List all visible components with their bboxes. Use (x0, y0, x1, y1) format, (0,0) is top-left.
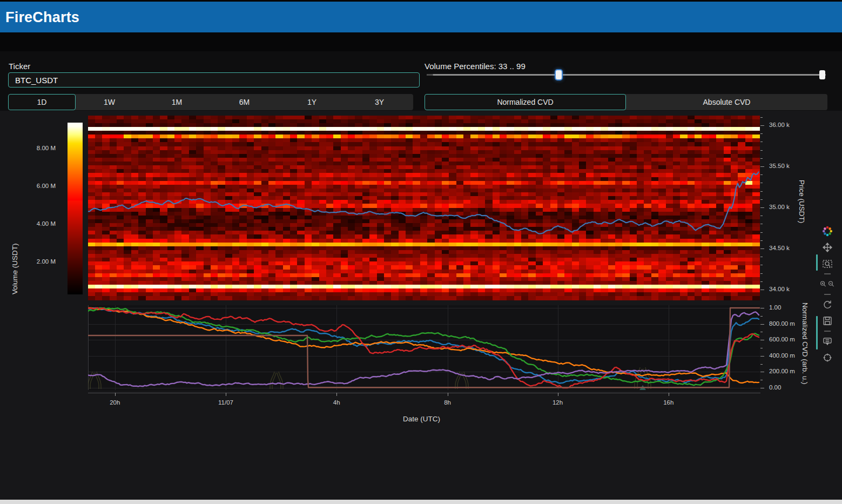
price-minor-tick (760, 191, 763, 192)
percentile-slider-handle-low[interactable] (556, 70, 562, 79)
x-tick-label: 4h (327, 399, 346, 406)
timeframe-button-1y[interactable]: 1Y (278, 94, 346, 110)
modebar-active-indicator (816, 254, 818, 271)
x-tick-label: 8h (438, 399, 457, 406)
cvd-tick-label: 800.00 m (769, 320, 795, 327)
price-tick-label: 34.50 k (769, 245, 790, 251)
x-tick (448, 393, 448, 396)
x-tick (558, 393, 558, 396)
pan-icon[interactable] (821, 241, 833, 253)
price-tick-label: 35.50 k (769, 163, 790, 169)
cvd-tick-label: 600.00 m (769, 336, 795, 342)
autoscale-icon[interactable] (821, 299, 833, 311)
cvd-minor-tick (760, 364, 763, 365)
modebar-separator (824, 294, 831, 295)
cvd-tick (760, 308, 764, 308)
chart-region: 36.00 k35.50 k35.00 k34.50 k34.00 k8.00 … (0, 111, 842, 500)
price-minor-tick (760, 150, 763, 151)
price-minor-tick (760, 248, 763, 249)
cvd-minor-tick (760, 348, 763, 348)
x-tick (226, 393, 226, 396)
x-tick (115, 393, 116, 396)
firecharts-app: FireCharts Ticker 1D1W1M6M1Y3Y Volume Pe… (0, 0, 842, 504)
price-minor-tick (760, 142, 763, 142)
box-zoom-icon[interactable] (821, 258, 833, 270)
zoom-pair (819, 276, 836, 292)
price-minor-tick (760, 174, 763, 175)
price-minor-tick (760, 125, 763, 126)
ticker-label: Ticker (9, 62, 30, 71)
price-axis-title: Price (USDT) (798, 180, 806, 223)
cvd-mode-button-normalized-cvd[interactable]: Normalized CVD (425, 94, 626, 110)
toggle-hover-icon[interactable] (821, 335, 833, 347)
cvd-tick-label: 200.00 m (769, 368, 795, 374)
timeframe-button-6m[interactable]: 6M (211, 94, 278, 110)
cvd-minor-tick (760, 332, 763, 332)
price-minor-tick (760, 117, 763, 118)
price-minor-tick (760, 290, 763, 290)
price-minor-tick (760, 207, 763, 208)
cvd-mode-button-group: Normalized CVDAbsolute CVD (425, 94, 827, 110)
cvd-mode-button-absolute-cvd[interactable]: Absolute CVD (626, 94, 827, 110)
price-minor-tick (760, 199, 763, 200)
percentile-slider-track[interactable] (427, 74, 826, 76)
timeframe-button-group: 1D1W1M6M1Y3Y (8, 94, 413, 110)
price-minor-tick (760, 257, 763, 257)
colorbar-axis-title: Volume (USDT) (11, 243, 19, 294)
cvd-plot-canvas[interactable] (88, 305, 760, 392)
x-tick-label: 20h (105, 399, 125, 406)
x-tick (336, 393, 337, 396)
cvd-tick (760, 324, 764, 325)
plotly-logo[interactable] (821, 225, 833, 237)
price-minor-tick (760, 183, 763, 183)
percentile-slider-track-inactive (427, 74, 433, 76)
price-minor-tick (760, 158, 763, 159)
modebar-separator (824, 273, 831, 274)
x-tick-label: 11/07 (216, 399, 235, 406)
cvd-tick (760, 372, 764, 372)
cvd-axis-title: Normalized CVD (arb. u.) (801, 303, 809, 385)
x-axis-title: Date (UTC) (403, 415, 440, 423)
save-icon[interactable] (821, 315, 833, 327)
x-tick-label: 12h (548, 399, 568, 406)
modebar-separator (824, 331, 831, 332)
cvd-minor-tick (760, 316, 763, 317)
cvd-tick-label: 1.00 (769, 304, 781, 311)
timeframe-button-1d[interactable]: 1D (8, 94, 76, 110)
zoom-out-icon[interactable] (827, 278, 836, 290)
price-tick-label: 35.00 k (769, 204, 790, 210)
price-minor-tick (760, 281, 763, 282)
cvd-minor-tick (760, 380, 763, 380)
modebar-active-indicator (816, 316, 818, 350)
price-minor-tick (760, 273, 763, 274)
plotly-modebar (818, 223, 837, 366)
zoom-in-icon[interactable] (819, 278, 827, 290)
timeframe-button-1w[interactable]: 1W (76, 94, 143, 110)
percentile-slider-handle-high[interactable] (819, 70, 825, 79)
cvd-tick-label: 400.00 m (769, 352, 795, 359)
cvd-tick (760, 388, 764, 388)
price-minor-tick (760, 232, 763, 233)
cvd-tick (760, 340, 764, 340)
volume-colorbar (68, 123, 83, 294)
x-tick-label: 16h (659, 399, 678, 406)
price-tick-label: 34.00 k (769, 286, 790, 292)
ticker-input[interactable] (8, 72, 420, 88)
price-minor-tick (760, 133, 763, 134)
cvd-tick-label: 0.00 (769, 384, 781, 391)
heatmap-canvas[interactable] (88, 116, 760, 300)
price-minor-tick (760, 166, 763, 167)
crosshair-icon[interactable] (821, 352, 833, 364)
x-tick (669, 393, 669, 396)
volume-tick-label: 4.00 M (32, 220, 56, 227)
timeframe-button-1m[interactable]: 1M (143, 94, 211, 110)
bottom-strip (0, 500, 842, 504)
header-gap (0, 32, 842, 51)
volume-tick-label: 8.00 M (32, 145, 56, 151)
price-minor-tick (760, 224, 763, 224)
x-axis-line (88, 393, 760, 393)
timeframe-button-3y[interactable]: 3Y (346, 94, 413, 110)
price-minor-tick (760, 216, 763, 216)
price-minor-tick (760, 265, 763, 265)
app-title: FireCharts (0, 2, 842, 26)
